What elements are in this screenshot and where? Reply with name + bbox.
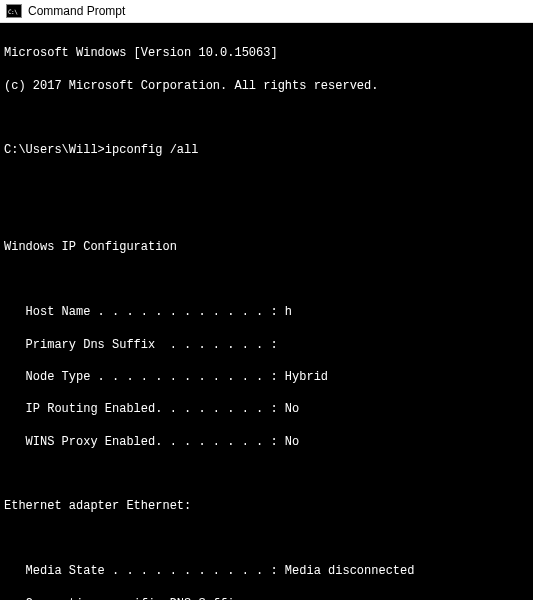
prompt-command: ipconfig /all <box>105 143 199 157</box>
header-line: Microsoft Windows [Version 10.0.15063] <box>4 45 529 61</box>
config-line: Connection-specific DNS Suffix . : <box>4 596 529 600</box>
blank-line <box>4 175 529 191</box>
blank-line <box>4 110 529 126</box>
blank-line <box>4 272 529 288</box>
config-line: Primary Dns Suffix . . . . . . . : <box>4 337 529 353</box>
terminal-output[interactable]: Microsoft Windows [Version 10.0.15063] (… <box>0 23 533 600</box>
prompt-path: C:\Users\Will> <box>4 143 105 157</box>
config-line: Node Type . . . . . . . . . . . . : Hybr… <box>4 369 529 385</box>
title-bar: Command Prompt <box>0 0 533 23</box>
config-line: IP Routing Enabled. . . . . . . . : No <box>4 401 529 417</box>
config-line: Host Name . . . . . . . . . . . . : h <box>4 304 529 320</box>
section-title: Ethernet adapter Ethernet: <box>4 498 529 514</box>
window-title: Command Prompt <box>28 4 125 18</box>
header-line: (c) 2017 Microsoft Corporation. All righ… <box>4 78 529 94</box>
prompt-line: C:\Users\Will>ipconfig /all <box>4 142 529 158</box>
blank-line <box>4 466 529 482</box>
cmd-icon <box>6 4 22 18</box>
config-line: Media State . . . . . . . . . . . : Medi… <box>4 563 529 579</box>
section-title: Windows IP Configuration <box>4 239 529 255</box>
blank-line <box>4 207 529 223</box>
blank-line <box>4 531 529 547</box>
config-line: WINS Proxy Enabled. . . . . . . . : No <box>4 434 529 450</box>
